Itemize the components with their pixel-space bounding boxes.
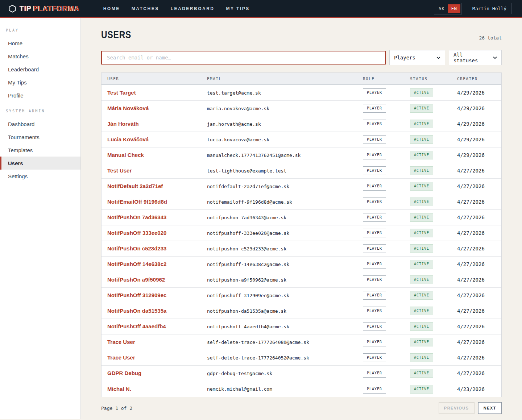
status-badge: ACTIVE bbox=[410, 369, 433, 378]
table-row[interactable]: GDPR Debug gdpr-debug-test@acme.sk PLAYE… bbox=[102, 366, 501, 381]
table-row[interactable]: NotifPushOn da51535a notifpushon-da51535… bbox=[102, 303, 501, 319]
user-name-link[interactable]: NotifDefault 2a2d71ef bbox=[107, 183, 163, 189]
role-badge: PLAYER bbox=[363, 275, 386, 284]
user-name-link[interactable]: NotifEmailOff 9f196d8d bbox=[107, 199, 167, 205]
column-header-created: CREATED bbox=[451, 76, 501, 81]
sidebar-section-play: PLAY Home Matches Leaderboard My Tips Pr… bbox=[0, 25, 80, 102]
user-name-link[interactable]: Lucia Kováčová bbox=[107, 136, 149, 142]
user-name-link[interactable]: NotifPushOff 312909ec bbox=[107, 292, 166, 298]
topnav-item-home[interactable]: HOME bbox=[103, 6, 120, 11]
table-row[interactable]: Test User test-lighthouse@example.test P… bbox=[102, 163, 501, 179]
column-header-status: STATUS bbox=[404, 76, 451, 81]
brand-name: TIPPLATFORMA bbox=[20, 4, 80, 13]
user-name-link[interactable]: NotifPushOn da51535a bbox=[107, 308, 166, 314]
created-date: 4/27/2026 bbox=[451, 246, 501, 251]
table-row[interactable]: Test Target test.target@acme.sk PLAYER A… bbox=[102, 85, 501, 101]
user-email: self-delete-trace-1777264080@acme.sk bbox=[201, 340, 357, 345]
sidebar-item-users[interactable]: Users bbox=[0, 157, 80, 170]
user-name-link[interactable]: NotifPushOff 14e638c2 bbox=[107, 261, 166, 267]
user-name-link[interactable]: Trace User bbox=[107, 339, 135, 345]
user-name-link[interactable]: NotifPushOn c523d233 bbox=[107, 245, 166, 251]
table-row[interactable]: NotifPushOn 7ad36343 notifpushon-7ad3634… bbox=[102, 210, 501, 225]
user-name-link[interactable]: NotifPushOff 333ee020 bbox=[107, 230, 166, 236]
user-name-link[interactable]: NotifPushOff 4aaedfb4 bbox=[107, 323, 166, 329]
table-row[interactable]: NotifPushOff 14e638c2 notifpushoff-14e63… bbox=[102, 257, 501, 272]
table-row[interactable]: Lucia Kováčová lucia.kovacova@acme.sk PL… bbox=[102, 132, 501, 147]
user-menu-button[interactable]: Martin Hollý bbox=[467, 3, 512, 14]
sidebar-item-settings[interactable]: Settings bbox=[0, 170, 80, 183]
status-filter-select[interactable]: All statuses bbox=[449, 50, 502, 65]
sidebar-item-templates[interactable]: Templates bbox=[0, 144, 80, 157]
table-row[interactable]: NotifPushOff 333ee020 notifpushoff-333ee… bbox=[102, 225, 501, 241]
table-row[interactable]: Trace User self-delete-trace-1777264052@… bbox=[102, 350, 501, 366]
brand-logo[interactable]: TIPPLATFORMA bbox=[9, 4, 88, 13]
table-row[interactable]: NotifDefault 2a2d71ef notifdefault-2a2d7… bbox=[102, 179, 501, 194]
table-row[interactable]: NotifPushOn c523d233 notifpushon-c523d23… bbox=[102, 241, 501, 257]
role-badge: PLAYER bbox=[363, 322, 386, 331]
status-filter-value: All statuses bbox=[453, 52, 489, 63]
user-email: notifpushoff-333ee020@acme.sk bbox=[201, 230, 357, 236]
user-name-link[interactable]: Michal N. bbox=[107, 386, 131, 392]
table-row[interactable]: Michal N. nemcik.michal@gmail.com PLAYER… bbox=[102, 381, 501, 397]
page-title: USERS bbox=[101, 29, 131, 41]
sidebar-item-dashboard[interactable]: Dashboard bbox=[0, 117, 80, 130]
language-option-sk[interactable]: SK bbox=[435, 4, 448, 13]
hexagon-logo-icon bbox=[9, 5, 16, 13]
table-row[interactable]: NotifEmailOff 9f196d8d notifemailoff-9f1… bbox=[102, 194, 501, 210]
user-email: notifpushon-c523d233@acme.sk bbox=[201, 246, 357, 251]
previous-page-button[interactable]: PREVIOUS bbox=[439, 402, 475, 414]
main-content: USERS 26 total Players All statuses USER bbox=[81, 18, 522, 419]
user-email: nemcik.michal@gmail.com bbox=[201, 386, 357, 392]
topbar-right: SK EN Martin Hollý bbox=[434, 3, 512, 14]
status-badge: ACTIVE bbox=[410, 353, 433, 362]
status-badge: ACTIVE bbox=[410, 182, 433, 191]
user-email: manualcheck.1777413762451@acme.sk bbox=[201, 153, 357, 158]
user-name-link[interactable]: Test Target bbox=[107, 90, 136, 96]
user-email: notifpushoff-312909ec@acme.sk bbox=[201, 293, 357, 298]
user-name-link[interactable]: NotifPushOn a9f50962 bbox=[107, 276, 165, 283]
language-toggle: SK EN bbox=[434, 3, 462, 14]
sidebar-item-matches[interactable]: Matches bbox=[0, 50, 80, 63]
user-name-link[interactable]: Ján Horváth bbox=[107, 121, 139, 127]
role-badge: PLAYER bbox=[363, 244, 386, 253]
user-email: notifpushon-a9f50962@acme.sk bbox=[201, 277, 357, 283]
search-input[interactable] bbox=[101, 51, 386, 65]
sidebar-item-my-tips[interactable]: My Tips bbox=[0, 76, 80, 89]
pagination-buttons: PREVIOUS NEXT bbox=[439, 402, 502, 414]
table-row[interactable]: Ján Horváth jan.horvath@acme.sk PLAYER A… bbox=[102, 116, 501, 132]
table-row[interactable]: NotifPushOff 4aaedfb4 notifpushoff-4aaed… bbox=[102, 319, 501, 334]
user-name-link[interactable]: Test User bbox=[107, 167, 132, 174]
status-badge: ACTIVE bbox=[410, 151, 433, 159]
table-row[interactable]: NotifPushOff 312909ec notifpushoff-31290… bbox=[102, 288, 501, 303]
status-badge: ACTIVE bbox=[410, 260, 433, 269]
role-badge: PLAYER bbox=[363, 260, 386, 269]
status-badge: ACTIVE bbox=[410, 291, 433, 300]
role-filter-select[interactable]: Players bbox=[389, 50, 445, 65]
sidebar-item-home[interactable]: Home bbox=[0, 37, 80, 50]
created-date: 4/27/2026 bbox=[451, 355, 501, 361]
topnav-item-leaderboard[interactable]: LEADERBOARD bbox=[171, 6, 215, 11]
user-name-link[interactable]: Mária Nováková bbox=[107, 105, 149, 111]
table-row[interactable]: Trace User self-delete-trace-1777264080@… bbox=[102, 334, 501, 350]
table-row[interactable]: Manual Check manualcheck.1777413762451@a… bbox=[102, 147, 501, 163]
user-name-link[interactable]: GDPR Debug bbox=[107, 370, 141, 376]
topnav-item-matches[interactable]: MATCHES bbox=[132, 6, 159, 11]
users-table-body: Test Target test.target@acme.sk PLAYER A… bbox=[102, 85, 501, 397]
table-row[interactable]: Mária Nováková maria.novakova@acme.sk PL… bbox=[102, 101, 501, 116]
sidebar-item-tournaments[interactable]: Tournaments bbox=[0, 130, 80, 144]
filter-toolbar: Players All statuses bbox=[101, 50, 502, 65]
created-date: 4/29/2026 bbox=[451, 152, 501, 158]
sidebar-item-profile[interactable]: Profile bbox=[0, 89, 80, 102]
created-date: 4/27/2026 bbox=[451, 261, 501, 267]
topnav-item-my-tips[interactable]: MY TIPS bbox=[226, 6, 250, 11]
language-option-en[interactable]: EN bbox=[448, 4, 460, 13]
user-name-link[interactable]: NotifPushOn 7ad36343 bbox=[107, 214, 166, 220]
user-email: gdpr-debug-test@acme.sk bbox=[201, 371, 357, 376]
next-page-button[interactable]: NEXT bbox=[478, 402, 502, 414]
user-name-link[interactable]: Manual Check bbox=[107, 152, 144, 158]
role-badge: PLAYER bbox=[363, 104, 386, 113]
sidebar-section-label-play: PLAY bbox=[0, 25, 80, 37]
user-name-link[interactable]: Trace User bbox=[107, 354, 135, 361]
sidebar-item-leaderboard[interactable]: Leaderboard bbox=[0, 63, 80, 76]
table-row[interactable]: NotifPushOn a9f50962 notifpushon-a9f5096… bbox=[102, 272, 501, 288]
